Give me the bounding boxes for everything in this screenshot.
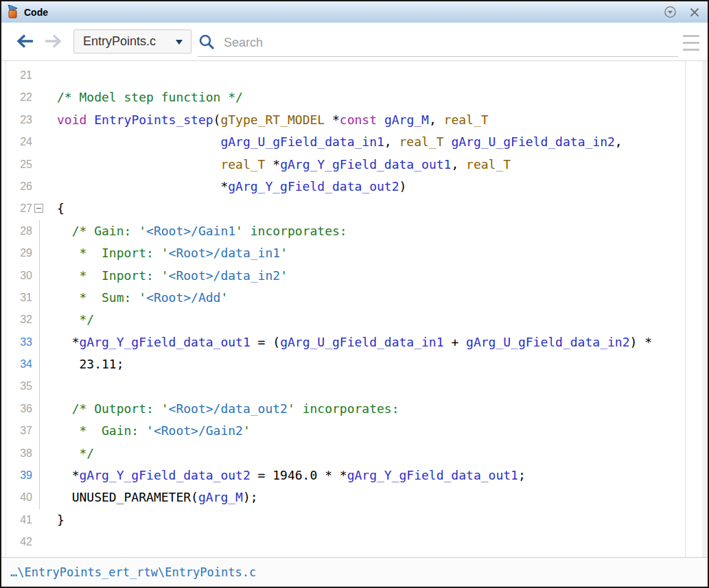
code-line[interactable]: 33 *gArg_Y_gField_data_out1 = (gArg_U_gF…: [8, 331, 708, 353]
editor-left-border: [5, 61, 6, 557]
code-editor[interactable]: 2122/* Model step function */23void Entr…: [1, 61, 708, 557]
fold-gutter: [32, 220, 57, 242]
vertical-scrollbar[interactable]: [702, 61, 708, 557]
code-text: {: [57, 198, 65, 220]
code-line[interactable]: 41}: [8, 509, 708, 531]
model-block-link[interactable]: <Root>/Gain2: [154, 423, 243, 438]
line-number: 24: [8, 131, 32, 153]
code-line[interactable]: 24 gArg_U_gField_data_in1, real_T gArg_U…: [8, 131, 708, 153]
code-line[interactable]: 38 */: [8, 443, 708, 464]
close-icon[interactable]: [687, 5, 702, 20]
code-text: 23.11;: [57, 353, 124, 375]
file-path-link[interactable]: …\EntryPoints_ert_rtw\EntryPoints.c: [10, 565, 256, 579]
code-text: */: [57, 309, 94, 331]
line-number: 41: [8, 509, 32, 531]
code-line[interactable]: 29 * Inport: '<Root>/data_in1': [8, 242, 708, 264]
code-line[interactable]: 40 UNUSED_PARAMETER(gArg_M);: [8, 486, 708, 508]
code-text: *gArg_Y_gField_data_out2 = 1946.0 * *gAr…: [57, 464, 526, 486]
line-number: 31: [8, 287, 32, 309]
model-block-link[interactable]: <Root>/Gain1: [146, 224, 235, 238]
code-line[interactable]: 39 *gArg_Y_gField_data_out2 = 1946.0 * *…: [8, 464, 708, 486]
fold-gutter: [32, 486, 57, 508]
search-input[interactable]: [222, 32, 651, 54]
line-number: 27: [8, 198, 32, 220]
code-line[interactable]: 25 real_T *gArg_Y_gField_data_out1, real…: [8, 154, 708, 176]
back-button[interactable]: [12, 32, 37, 52]
fold-gutter: [32, 353, 57, 375]
code-line[interactable]: 34 23.11;: [8, 353, 708, 375]
code-text: UNUSED_PARAMETER(gArg_M);: [57, 486, 258, 508]
fold-gutter: [32, 287, 57, 309]
file-dropdown-value: EntryPoints.c: [83, 34, 156, 49]
code-text: * Gain: '<Root>/Gain2': [57, 420, 251, 442]
fold-gutter: [32, 375, 57, 397]
search-underline: [198, 56, 678, 57]
forward-button[interactable]: [41, 32, 66, 52]
code-line[interactable]: 42: [8, 531, 708, 553]
line-number: 40: [8, 486, 32, 508]
model-block-link[interactable]: <Root>/data_in1: [169, 246, 281, 260]
code-text: /* Outport: '<Root>/data_out2' incorpora…: [57, 398, 399, 420]
line-number: 32: [8, 309, 32, 331]
code-line[interactable]: 22/* Model step function */: [8, 86, 708, 108]
file-dropdown[interactable]: EntryPoints.c: [73, 30, 191, 54]
line-number: 21: [8, 64, 32, 86]
line-number: 34: [8, 353, 32, 375]
code-line[interactable]: 21: [8, 64, 708, 86]
code-line[interactable]: 35: [8, 375, 708, 397]
code-text: * Inport: '<Root>/data_in2': [57, 265, 288, 287]
line-number: 37: [8, 420, 32, 442]
code-line[interactable]: 26 *gArg_Y_gField_data_out2): [8, 176, 708, 198]
code-text: gArg_U_gField_data_in1, real_T gArg_U_gF…: [57, 131, 623, 153]
fold-gutter: [32, 86, 57, 108]
code-text: /* Gain: '<Root>/Gain1' incorporates:: [57, 220, 347, 242]
code-line[interactable]: 27{: [8, 198, 708, 220]
fold-gutter: [32, 242, 57, 264]
fold-collapse-icon[interactable]: [34, 204, 43, 213]
code-line[interactable]: 28 /* Gain: '<Root>/Gain1' incorporates:: [8, 220, 708, 242]
code-text: * Inport: '<Root>/data_in1': [57, 242, 288, 264]
line-number: 25: [8, 154, 32, 176]
code-text: * Sum: '<Root>/Add': [57, 287, 228, 309]
model-block-link[interactable]: <Root>/data_out2: [169, 401, 288, 416]
fold-gutter: [32, 443, 57, 464]
code-window: Code EntryPoints.c: [0, 0, 709, 588]
fold-gutter: [32, 509, 57, 531]
code-text: */: [57, 443, 94, 464]
code-line[interactable]: 30 * Inport: '<Root>/data_in2': [8, 265, 708, 287]
fold-gutter: [32, 131, 57, 153]
code-text: /* Model step function */: [57, 86, 243, 108]
fold-gutter: [32, 176, 57, 198]
code-lines: 2122/* Model step function */23void Entr…: [8, 64, 708, 554]
fold-gutter: [32, 198, 57, 220]
code-line[interactable]: 31 * Sum: '<Root>/Add': [8, 287, 708, 309]
hamburger-menu-icon[interactable]: [683, 35, 699, 51]
line-number: 33: [8, 331, 32, 353]
line-number: 23: [8, 109, 32, 131]
line-number: 38: [8, 443, 32, 464]
code-line[interactable]: 32 */: [8, 309, 708, 331]
dock-button[interactable]: [662, 5, 677, 20]
code-line[interactable]: 23void EntryPoints_step(gType_RT_MODEL *…: [8, 109, 708, 131]
line-number: 35: [8, 375, 32, 397]
fold-gutter: [32, 64, 57, 86]
line-number: 28: [8, 220, 32, 242]
line-number: 30: [8, 265, 32, 287]
toolbar: EntryPoints.c: [1, 23, 708, 61]
code-text: }: [57, 509, 65, 531]
chevron-down-icon: [176, 40, 183, 45]
line-number: 42: [8, 531, 32, 553]
line-number: 22: [8, 86, 32, 108]
model-block-link[interactable]: <Root>/data_in2: [169, 268, 281, 283]
line-number: 26: [8, 176, 32, 198]
simulink-code-icon: [7, 5, 21, 19]
code-line[interactable]: 36 /* Outport: '<Root>/data_out2' incorp…: [8, 398, 708, 420]
fold-gutter: [32, 464, 57, 486]
fold-gutter: [32, 109, 57, 131]
model-block-link[interactable]: <Root>/Add: [146, 290, 220, 305]
line-number: 36: [8, 398, 32, 420]
fold-gutter: [32, 331, 57, 353]
window-title: Code: [24, 7, 48, 18]
fold-gutter: [32, 398, 57, 420]
code-line[interactable]: 37 * Gain: '<Root>/Gain2': [8, 420, 708, 442]
